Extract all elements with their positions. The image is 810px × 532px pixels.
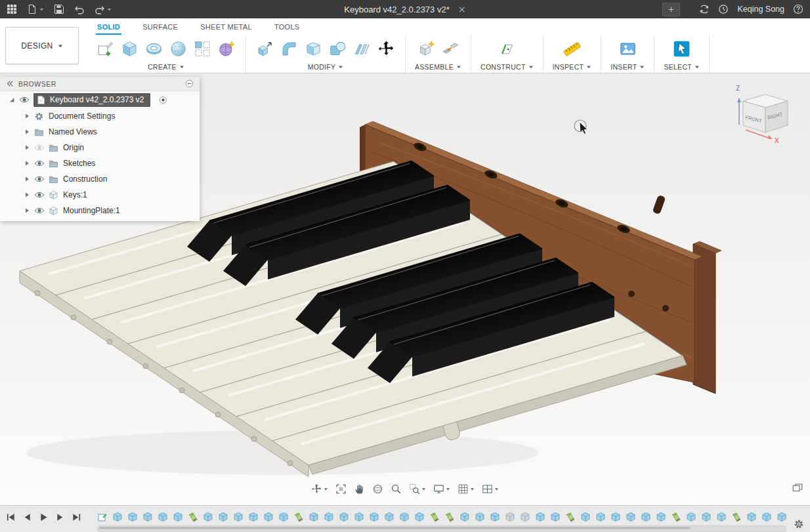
new-component-button[interactable] (417, 39, 436, 58)
timeline-feature-extrude[interactable] (369, 512, 379, 522)
timeline-scrollbar[interactable] (97, 525, 786, 532)
minimize-browser-icon[interactable] (185, 79, 194, 88)
zoom-button[interactable] (391, 483, 402, 495)
undo-button[interactable] (74, 4, 85, 14)
timeline-feature-component[interactable] (429, 512, 440, 522)
inspect-menu[interactable]: INSPECT (553, 63, 592, 71)
create-menu[interactable]: CREATE (148, 63, 184, 71)
fillet-button[interactable] (280, 39, 299, 58)
browser-row[interactable]: Named Views (0, 124, 200, 140)
pan-button[interactable] (311, 483, 328, 495)
extrude-button[interactable] (120, 39, 139, 58)
new-tab-button[interactable] (662, 3, 680, 16)
timeline-feature-component[interactable] (188, 512, 198, 522)
viewcube[interactable]: Z FRONT RIGHT X (729, 81, 801, 144)
tab-surface[interactable]: SURFACE (141, 21, 179, 35)
tab-sheet-metal[interactable]: SHEET METAL (199, 21, 253, 35)
display-settings-button[interactable] (433, 483, 450, 495)
help-button[interactable] (793, 4, 803, 14)
timeline-feature-extrude[interactable] (399, 512, 410, 522)
timeline-feature-component[interactable] (444, 512, 455, 522)
press-pull-button[interactable] (255, 39, 274, 58)
timeline-feature-extrude[interactable] (656, 512, 666, 522)
joint-button[interactable] (441, 39, 460, 58)
zoom-window-button[interactable] (409, 483, 426, 495)
timeline-feature-sketch[interactable] (97, 512, 108, 522)
timeline-settings-button[interactable] (794, 519, 804, 529)
timeline-feature-extrude[interactable] (580, 512, 591, 522)
user-profile-button[interactable]: Keqing Song (737, 5, 784, 14)
timeline-feature-extrude[interactable] (535, 512, 545, 522)
timeline-feature-component[interactable] (671, 512, 681, 522)
timeline-feature-extrude[interactable] (218, 512, 228, 522)
activate-component-radio[interactable] (159, 96, 167, 104)
visibility-off-icon[interactable] (34, 144, 45, 152)
pattern-button[interactable] (193, 39, 212, 58)
timeline-feature-extrude[interactable] (233, 512, 244, 522)
timeline-feature-extrude[interactable] (777, 512, 787, 522)
timeline-feature-extrude[interactable] (142, 512, 153, 522)
browser-row[interactable]: Document Settings (0, 108, 200, 124)
sphere-button[interactable] (169, 39, 188, 58)
timeline-feature-extrude[interactable] (112, 512, 123, 522)
tab-solid[interactable]: SOLID (96, 21, 121, 35)
timeline-feature-extrude[interactable] (339, 512, 349, 522)
orbit-button[interactable] (372, 483, 383, 495)
browser-row[interactable]: Keys:1 (0, 187, 200, 203)
modify-menu[interactable]: MODIFY (308, 63, 344, 71)
expand-arrow-icon[interactable] (24, 192, 30, 198)
combine-button[interactable] (328, 39, 347, 58)
collapse-panel-icon[interactable] (6, 80, 14, 87)
go-to-end-button[interactable] (72, 512, 81, 522)
timeline-feature-extrude[interactable] (414, 512, 425, 522)
go-to-start-button[interactable] (6, 512, 16, 522)
expand-arrow-icon[interactable] (24, 144, 30, 151)
timeline-feature-gray[interactable] (520, 512, 530, 522)
timeline-feature-extrude[interactable] (761, 512, 772, 522)
form-button[interactable] (217, 39, 236, 58)
timeline-feature-extrude[interactable] (309, 512, 319, 522)
browser-row[interactable]: Origin (0, 140, 200, 155)
visibility-icon[interactable] (34, 159, 45, 167)
step-forward-button[interactable] (55, 512, 65, 522)
visibility-icon[interactable] (34, 207, 45, 215)
timeline-feature-extrude[interactable] (203, 512, 213, 522)
document-tab[interactable]: Keyboard v42_2.0.2373 v2* (344, 5, 465, 14)
timeline-feature-extrude[interactable] (127, 512, 138, 522)
browser-root-row[interactable]: Keyboard v42_2.0.2373 v2 (0, 91, 200, 108)
timeline-feature-extrude[interactable] (324, 512, 334, 522)
timeline-feature-extrude[interactable] (475, 512, 485, 522)
save-button[interactable] (54, 4, 64, 14)
visibility-icon[interactable] (19, 96, 30, 104)
measure-button[interactable] (563, 39, 582, 58)
play-button[interactable] (39, 512, 49, 522)
app-grid-button[interactable] (7, 4, 17, 14)
insert-image-button[interactable] (618, 39, 637, 58)
construct-menu[interactable]: CONSTRUCT (480, 63, 534, 71)
visibility-icon[interactable] (34, 175, 45, 183)
timeline-feature-extrude[interactable] (610, 512, 621, 522)
timeline-feature-component[interactable] (565, 512, 576, 522)
step-back-button[interactable] (22, 512, 32, 522)
timeline-feature-extrude[interactable] (595, 512, 606, 522)
assemble-menu[interactable]: ASSEMBLE (415, 63, 461, 71)
timeline-feature-extrude[interactable] (459, 512, 470, 522)
browser-row[interactable]: Construction (0, 171, 200, 187)
close-document-button[interactable] (459, 6, 466, 13)
timeline-feature-extrude[interactable] (263, 512, 274, 522)
feedback-panel-button[interactable] (792, 482, 803, 494)
workspace-switcher[interactable]: DESIGN (5, 27, 79, 64)
timeline-feature-extrude[interactable] (626, 512, 636, 522)
move-button[interactable] (377, 39, 396, 58)
shell-button[interactable] (304, 39, 323, 58)
expand-arrow-icon[interactable] (24, 160, 30, 167)
timeline-feature-extrude[interactable] (158, 512, 168, 522)
expand-arrow-icon[interactable] (24, 176, 30, 182)
offset-button[interactable] (352, 39, 372, 58)
select-menu[interactable]: SELECT (664, 63, 700, 71)
redo-button[interactable] (95, 4, 112, 14)
timeline-feature-extrude[interactable] (686, 512, 696, 522)
create-sketch-button[interactable] (96, 39, 115, 58)
expand-arrow-icon[interactable] (9, 96, 15, 103)
job-status-button[interactable] (718, 4, 729, 14)
